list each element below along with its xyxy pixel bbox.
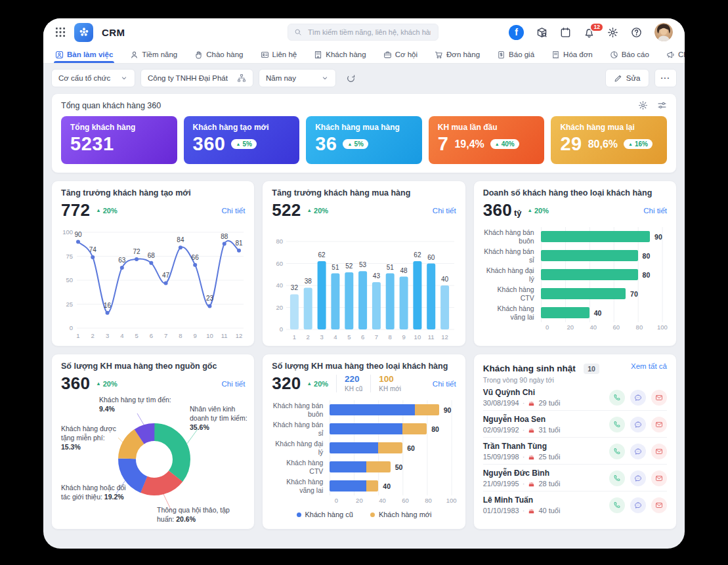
chart-trend: ▲20% (307, 207, 328, 215)
tab-label: Cơ hội (395, 51, 418, 58)
birthday-person: Lê Minh Tuấn01/10/1983·40 tuổi (483, 495, 561, 514)
customer-icon (314, 51, 322, 59)
tab-customer[interactable]: Khách hàng (314, 46, 366, 63)
svg-text:0: 0 (280, 325, 283, 333)
birthday-row[interactable]: Trần Thanh Tùng15/09/1998·25 tuổi (483, 437, 667, 464)
kpi-card[interactable]: Khách hàng tạo mới360▲5% (184, 116, 300, 164)
donut-chart: Nhân viên kinh doanh tự tìm kiếm: 35.6%T… (61, 395, 245, 525)
svg-text:25: 25 (66, 301, 73, 308)
message-button[interactable] (630, 417, 646, 432)
x-axis: 020406080100 (336, 497, 456, 507)
edit-button[interactable]: Sửa (605, 69, 649, 87)
org-structure-label: Cơ cấu tổ chức (58, 74, 110, 82)
calendar-icon[interactable] (560, 27, 571, 38)
kpi-trend-badge: ▲5% (231, 139, 256, 149)
email-button[interactable] (651, 497, 667, 513)
svg-text:10: 10 (206, 332, 213, 339)
tab-offer[interactable]: Chào hàng (194, 46, 243, 63)
kpi-card[interactable]: Tổng khách hàng5231 (61, 116, 177, 164)
call-button[interactable] (609, 417, 625, 432)
detail-link[interactable]: Chi tiết (643, 207, 667, 215)
svg-text:51: 51 (332, 264, 340, 271)
email-button[interactable] (651, 390, 667, 406)
message-button[interactable] (630, 390, 646, 406)
facebook-icon[interactable]: f (509, 25, 524, 40)
svg-text:32: 32 (291, 284, 299, 291)
kpi-card[interactable]: Khách hàng mua hàng36▲5% (306, 116, 422, 164)
call-button[interactable] (609, 471, 625, 486)
period-select[interactable]: Năm nay (259, 69, 336, 87)
x-tick: 80 (425, 497, 432, 504)
svg-text:3: 3 (320, 333, 324, 341)
email-button[interactable] (651, 471, 667, 486)
detail-link[interactable]: Chi tiết (222, 380, 246, 388)
call-button[interactable] (609, 497, 625, 513)
gear-icon[interactable] (638, 100, 648, 110)
svg-text:16: 16 (104, 302, 112, 309)
call-button[interactable] (609, 390, 625, 406)
tab-workspace[interactable]: Bàn làm việc (55, 46, 113, 63)
birthday-row[interactable]: Nguyễn Đức Bình21/09/1995·28 tuổi (483, 464, 667, 491)
tab-lead[interactable]: Tiềm năng (130, 46, 177, 63)
company-label: Công ty TNHH Đại Phát (148, 74, 228, 82)
global-search[interactable] (288, 24, 439, 41)
x-tick: 40 (589, 324, 597, 331)
chart-title: Số lượng KH mua hàng theo loại khách hàn… (272, 362, 456, 371)
chart-title: Tăng trưởng khách hàng tạo mới (61, 188, 245, 198)
birthday-row[interactable]: Lê Minh Tuấn01/10/1983·40 tuổi (483, 491, 667, 518)
detail-link[interactable]: Chi tiết (222, 207, 246, 215)
message-button[interactable] (630, 497, 646, 513)
bell-icon[interactable]: 12 (584, 27, 595, 38)
tab-invoice[interactable]: Hóa đơn (551, 46, 593, 63)
divider (370, 375, 371, 392)
tab-campaign[interactable]: Chiến dịch (666, 46, 685, 63)
birthday-list: Vũ Quỳnh Chi30/08/1994·29 tuổiNguyễn Hoa… (483, 384, 667, 518)
birthday-row[interactable]: Vũ Quỳnh Chi30/08/1994·29 tuổi (483, 384, 667, 410)
chart-stat: 220KH cũ (345, 375, 362, 392)
birthday-row[interactable]: Nguyễn Hoa Sen02/09/1992·31 tuổi (483, 410, 667, 437)
sliders-icon[interactable] (657, 100, 667, 110)
svg-text:38: 38 (305, 278, 312, 285)
refresh-button[interactable] (341, 69, 360, 87)
settings-icon[interactable] (607, 27, 618, 38)
user-avatar[interactable] (654, 23, 673, 41)
company-select[interactable]: Công ty TNHH Đại Phát (140, 69, 253, 87)
tab-label: Báo cáo (622, 51, 649, 58)
order-icon (435, 51, 443, 59)
detail-link[interactable]: Chi tiết (433, 380, 456, 388)
email-button[interactable] (651, 417, 667, 432)
kpi-card[interactable]: KH mua lần đầu719,4%▲40% (429, 116, 545, 164)
app-launcher-grid-icon[interactable] (55, 27, 66, 37)
detail-link[interactable]: Chi tiết (433, 207, 456, 215)
tab-order[interactable]: Đơn hàng (435, 46, 480, 63)
more-options-button[interactable]: ··· (654, 69, 677, 87)
help-icon[interactable] (631, 27, 642, 38)
kpi-card[interactable]: Khách hàng mua lại2980,6%▲16% (551, 116, 667, 164)
tab-report[interactable]: Báo cáo (610, 46, 649, 63)
box-search-icon[interactable] (536, 27, 547, 38)
kpi-value: 360 (193, 133, 226, 155)
email-button[interactable] (651, 444, 667, 459)
call-button[interactable] (609, 444, 625, 459)
org-structure-select[interactable]: Cơ cấu tổ chức (51, 69, 135, 87)
x-tick: 100 (657, 324, 668, 331)
x-tick: 40 (379, 497, 386, 504)
tab-contact[interactable]: Liên hệ (261, 46, 297, 63)
dot-separator: · (523, 399, 525, 407)
dot-separator: · (523, 507, 525, 514)
birthday-person: Nguyễn Đức Bình21/09/1995·28 tuổi (483, 469, 561, 488)
bar-value: 70 (630, 290, 638, 298)
bar-value: 90 (444, 406, 452, 414)
tab-label: Bàn làm việc (67, 51, 113, 58)
svg-text:62: 62 (318, 251, 326, 259)
svg-text:4: 4 (120, 332, 123, 339)
message-button[interactable] (630, 444, 646, 459)
tab-opportunity[interactable]: Cơ hội (383, 46, 418, 63)
search-input[interactable] (307, 28, 432, 37)
view-all-link[interactable]: Xem tất cả (631, 362, 667, 370)
svg-text:84: 84 (177, 236, 184, 243)
tab-quote[interactable]: Báo giá (497, 46, 534, 63)
svg-text:5: 5 (347, 333, 351, 341)
message-button[interactable] (630, 471, 646, 486)
svg-text:51: 51 (387, 264, 395, 271)
